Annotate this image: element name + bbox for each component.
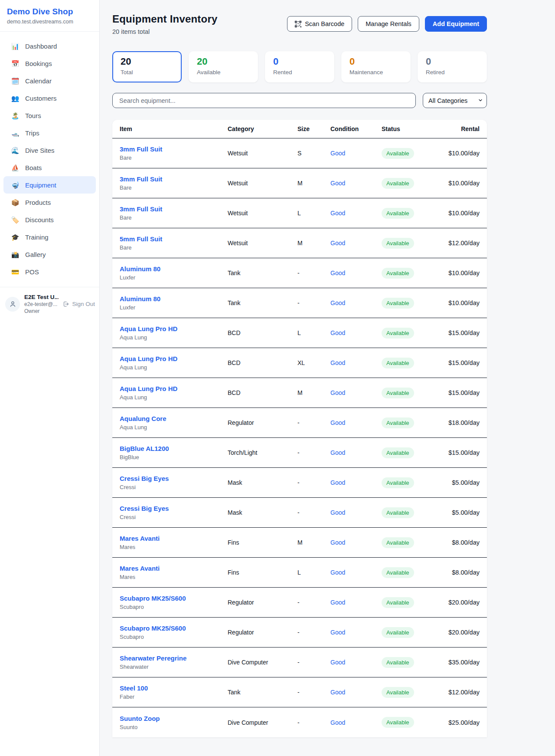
- stat-cards: 20Total20Available0Rented0Maintenance0Re…: [112, 51, 487, 82]
- table-row[interactable]: Shearwater PeregrineShearwaterDive Compu…: [112, 648, 487, 677]
- scan-barcode-button[interactable]: Scan Barcode: [287, 16, 352, 32]
- item-name-link[interactable]: Cressi Big Eyes: [120, 475, 228, 482]
- condition-link[interactable]: Good: [330, 419, 382, 426]
- table-row[interactable]: Scubapro MK25/S600ScubaproRegulator-Good…: [112, 618, 487, 648]
- search-input[interactable]: [112, 93, 416, 108]
- item-name-link[interactable]: Suunto Zoop: [120, 715, 228, 722]
- stat-card-maintenance[interactable]: 0Maintenance: [341, 51, 411, 82]
- add-equipment-button[interactable]: Add Equipment: [425, 16, 487, 32]
- table-row[interactable]: Mares AvantiMaresFinsMGoodAvailable$8.00…: [112, 528, 487, 558]
- item-name-link[interactable]: Scubapro MK25/S600: [120, 595, 228, 602]
- rental-price: $10.00/day: [447, 180, 480, 187]
- item-size: -: [297, 719, 330, 726]
- table-row[interactable]: Steel 100FaberTank-GoodAvailable$12.00/d…: [112, 677, 487, 707]
- condition-link[interactable]: Good: [330, 329, 382, 336]
- condition-link[interactable]: Good: [330, 210, 382, 217]
- condition-link[interactable]: Good: [330, 299, 382, 306]
- sidebar-item-training[interactable]: 🎓Training: [3, 228, 96, 246]
- condition-link[interactable]: Good: [330, 449, 382, 456]
- sidebar-item-dive-sites[interactable]: 🌊Dive Sites: [3, 141, 96, 159]
- stat-card-rented[interactable]: 0Rented: [265, 51, 334, 82]
- condition-link[interactable]: Good: [330, 389, 382, 396]
- table-row[interactable]: Suunto ZoopSuuntoDive Computer-GoodAvail…: [112, 707, 487, 737]
- table-row[interactable]: Aqualung CoreAqua LungRegulator-GoodAvai…: [112, 408, 487, 438]
- item-size: -: [297, 270, 330, 276]
- item-category: Tank: [228, 270, 297, 276]
- stat-card-retired[interactable]: 0Retired: [418, 51, 487, 82]
- condition-link[interactable]: Good: [330, 659, 382, 666]
- sidebar-item-gallery[interactable]: 📸Gallery: [3, 246, 96, 263]
- sidebar-item-boats[interactable]: ⛵Boats: [3, 159, 96, 176]
- status-badge: Available: [382, 687, 414, 698]
- condition-link[interactable]: Good: [330, 240, 382, 247]
- sidebar-item-trips[interactable]: 🛥️Trips: [3, 124, 96, 141]
- table-row[interactable]: Aqua Lung Pro HDAqua LungBCDXLGoodAvaila…: [112, 348, 487, 378]
- item-name-link[interactable]: Shearwater Peregrine: [120, 654, 228, 662]
- condition-link[interactable]: Good: [330, 359, 382, 366]
- table-row[interactable]: Cressi Big EyesCressiMask-GoodAvailable$…: [112, 468, 487, 498]
- sidebar-item-equipment[interactable]: 🤿Equipment: [3, 176, 96, 194]
- item-name-link[interactable]: Scubapro MK25/S600: [120, 625, 228, 632]
- stat-value: 0: [273, 56, 326, 67]
- item-name-link[interactable]: Mares Avanti: [120, 565, 228, 572]
- package-icon: 📦: [11, 199, 20, 206]
- condition-link[interactable]: Good: [330, 539, 382, 546]
- item-name-link[interactable]: 5mm Full Suit: [120, 235, 228, 243]
- table-row[interactable]: Aqua Lung Pro HDAqua LungBCDLGoodAvailab…: [112, 318, 487, 348]
- item-category: Wetsuit: [228, 210, 297, 217]
- item-name-link[interactable]: 3mm Full Suit: [120, 145, 228, 153]
- table-row[interactable]: 3mm Full SuitBareWetsuitSGoodAvailable$1…: [112, 138, 487, 168]
- condition-link[interactable]: Good: [330, 180, 382, 187]
- sidebar-item-discounts[interactable]: 🏷️Discounts: [3, 211, 96, 228]
- table-row[interactable]: BigBlue AL1200BigBlueTorch/Light-GoodAva…: [112, 438, 487, 468]
- sidebar-item-products[interactable]: 📦Products: [3, 194, 96, 211]
- table-row[interactable]: Aluminum 80LuxferTank-GoodAvailable$10.0…: [112, 258, 487, 288]
- item-name-link[interactable]: Steel 100: [120, 684, 228, 692]
- item-name-link[interactable]: Aqualung Core: [120, 415, 228, 422]
- status-badge: Available: [382, 507, 414, 518]
- stat-card-total[interactable]: 20Total: [112, 51, 182, 82]
- table-row[interactable]: Aqua Lung Pro HDAqua LungBCDMGoodAvailab…: [112, 378, 487, 408]
- item-category: BCD: [228, 359, 297, 366]
- manage-rentals-button[interactable]: Manage Rentals: [358, 16, 419, 32]
- label-tag-icon: 🏷️: [11, 217, 20, 223]
- sidebar-item-calendar[interactable]: 🗓️Calendar: [3, 72, 96, 89]
- sidebar-item-dashboard[interactable]: 📊Dashboard: [3, 37, 96, 55]
- item-name-link[interactable]: 3mm Full Suit: [120, 205, 228, 213]
- table-row[interactable]: Scubapro MK25/S600ScubaproRegulator-Good…: [112, 588, 487, 618]
- item-name-link[interactable]: Aqua Lung Pro HD: [120, 355, 228, 362]
- sidebar-item-tours[interactable]: 🏝️Tours: [3, 107, 96, 124]
- item-name-link[interactable]: Aluminum 80: [120, 295, 228, 302]
- brand-title[interactable]: Demo Dive Shop: [7, 7, 92, 16]
- table-row[interactable]: Aluminum 80LuxferTank-GoodAvailable$10.0…: [112, 288, 487, 318]
- item-name-link[interactable]: Aqua Lung Pro HD: [120, 325, 228, 332]
- item-name-link[interactable]: BigBlue AL1200: [120, 445, 228, 452]
- condition-link[interactable]: Good: [330, 599, 382, 606]
- item-category: Dive Computer: [228, 719, 297, 726]
- condition-link[interactable]: Good: [330, 569, 382, 576]
- item-name-link[interactable]: Mares Avanti: [120, 535, 228, 542]
- sidebar-item-customers[interactable]: 👥Customers: [3, 89, 96, 107]
- item-name-link[interactable]: Aqua Lung Pro HD: [120, 385, 228, 392]
- item-name-link[interactable]: 3mm Full Suit: [120, 175, 228, 183]
- condition-link[interactable]: Good: [330, 509, 382, 516]
- table-row[interactable]: Mares AvantiMaresFinsLGoodAvailable$8.00…: [112, 558, 487, 588]
- condition-link[interactable]: Good: [330, 479, 382, 486]
- item-category: Wetsuit: [228, 150, 297, 157]
- stat-card-available[interactable]: 20Available: [189, 51, 258, 82]
- table-row[interactable]: Cressi Big EyesCressiMask-GoodAvailable$…: [112, 498, 487, 528]
- category-select[interactable]: All Categories: [423, 93, 487, 108]
- condition-link[interactable]: Good: [330, 719, 382, 726]
- sidebar-item-bookings[interactable]: 📅Bookings: [3, 55, 96, 72]
- item-name-link[interactable]: Cressi Big Eyes: [120, 505, 228, 512]
- item-name-link[interactable]: Aluminum 80: [120, 265, 228, 273]
- condition-link[interactable]: Good: [330, 150, 382, 157]
- sidebar-item-pos[interactable]: 💳POS: [3, 263, 96, 280]
- table-row[interactable]: 5mm Full SuitBareWetsuitMGoodAvailable$1…: [112, 228, 487, 258]
- table-row[interactable]: 3mm Full SuitBareWetsuitMGoodAvailable$1…: [112, 168, 487, 198]
- condition-link[interactable]: Good: [330, 689, 382, 696]
- condition-link[interactable]: Good: [330, 629, 382, 636]
- sign-out-button[interactable]: Sign Out: [63, 301, 95, 307]
- condition-link[interactable]: Good: [330, 270, 382, 276]
- table-row[interactable]: 3mm Full SuitBareWetsuitLGoodAvailable$1…: [112, 198, 487, 228]
